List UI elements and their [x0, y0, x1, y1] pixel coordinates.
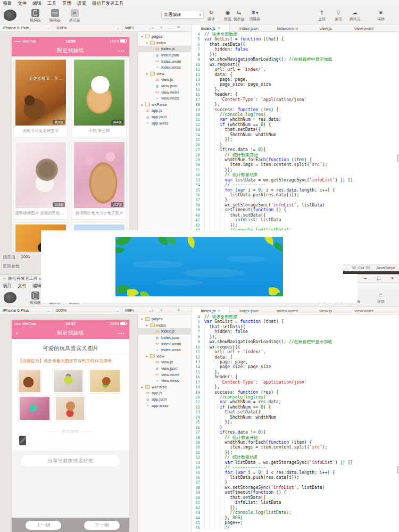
compile-mode-select[interactable]: 普通编译▾ — [161, 11, 204, 19]
clear-cache-button[interactable]: ⚙▾清缓存 — [248, 9, 262, 22]
photo-thumbnail[interactable] — [18, 369, 41, 393]
next-group-button[interactable]: 下一组 — [84, 521, 120, 530]
details-button[interactable]: ≡详情 — [374, 9, 388, 22]
search-icon[interactable]: ⌕ — [160, 25, 162, 31]
tree-item-view.json[interactable]: {}view.json — [138, 365, 191, 372]
debugger-button[interactable]: ⇄调试器 — [67, 9, 82, 23]
photo-card[interactable]: 共2张微博网红兔大力小兔子图片 — [72, 140, 127, 220]
scrollbar[interactable] — [397, 154, 398, 162]
tab-index.js[interactable]: index.js× — [192, 24, 230, 32]
photo-thumbnail[interactable] — [55, 396, 85, 421]
add-file-icon[interactable]: ＋ — [151, 307, 155, 313]
collapse-all-icon[interactable]: ≡ — [177, 307, 180, 313]
close-button[interactable]: × — [391, 276, 394, 281]
tree-item-wxParse[interactable]: ▸wxParse — [138, 102, 191, 108]
menu-工具[interactable]: 工具 — [47, 1, 56, 7]
share-button[interactable]: 分享给群友或者好友 — [20, 454, 121, 467]
test-button[interactable]: ▽测试 — [331, 9, 345, 22]
tree-item-view[interactable]: ▾view — [138, 71, 191, 77]
tab-index.json[interactable]: index.json — [230, 307, 268, 314]
search-icon[interactable]: ⌕ — [160, 307, 162, 313]
menu-设置[interactable]: 设置 — [77, 1, 86, 7]
tree-item-index[interactable]: ▾index — [138, 40, 191, 46]
tab-index.json[interactable]: index.json — [230, 24, 268, 32]
more-icon[interactable]: … — [168, 25, 172, 31]
tree-item-index.js[interactable]: JSindex.js — [138, 328, 191, 335]
tree-item-pages[interactable]: ▾pages — [138, 316, 191, 322]
photo-card[interactable]: 又是光棍节，又…共5张光棍节可爱宠物文字 — [13, 57, 68, 137]
photo-thumbnail[interactable] — [19, 396, 51, 421]
zoom-select[interactable]: 100%⌄ — [53, 24, 122, 31]
tree-item-view.js[interactable]: JSview.js — [138, 359, 191, 365]
tree-item-app.json[interactable]: {}app.json — [138, 396, 191, 403]
tree-item-index.wxss[interactable]: ≈index.wxss — [138, 64, 191, 71]
menu-项目[interactable]: 项目 — [3, 1, 12, 7]
tree-item-view.wxml[interactable]: <>view.wxml — [138, 371, 191, 378]
prev-group-button[interactable]: 上一组 — [26, 521, 61, 530]
tree-item-view.wxss[interactable]: ≈view.wxss — [138, 95, 191, 102]
photo-thumbnail[interactable] — [89, 369, 121, 393]
compile-button[interactable]: ↻编译 — [204, 9, 218, 22]
tree-item-index.wxml[interactable]: <>index.wxml — [138, 58, 191, 64]
menu-文件[interactable]: 文件 — [18, 1, 27, 7]
tree-item-wxParse[interactable]: ▸wxParse — [138, 384, 191, 390]
tree-item-pages[interactable]: ▾pages — [138, 34, 191, 40]
tree-item-view.js[interactable]: JSview.js — [138, 77, 191, 83]
code-editor[interactable]: 4// 请求全部数据5var GetList = function (that)… — [192, 314, 399, 532]
tree-item-view[interactable]: ▾view — [138, 353, 191, 360]
tree-item-index.json[interactable]: {}index.json — [138, 52, 191, 59]
tab-index.wxml[interactable]: index.wxml — [268, 307, 306, 314]
tree-item-index.wxml[interactable]: <>index.wxml — [138, 340, 191, 347]
menu-dots-icon[interactable]: ••• — [118, 331, 125, 336]
tab-view.wxml[interactable]: view.wxml — [345, 24, 383, 32]
scrollbar[interactable] — [397, 466, 398, 473]
tree-item-view.wxss[interactable]: ≈view.wxss — [138, 378, 191, 384]
menu-界面[interactable]: 界面 — [62, 1, 71, 7]
menu-编辑[interactable]: 编辑 — [32, 283, 41, 289]
tree-item-index[interactable]: ▾index — [138, 322, 191, 329]
tab-view.js[interactable]: view.js — [306, 24, 345, 32]
photo-card[interactable]: 共4张小狗 第三辑 — [72, 57, 127, 137]
simulator-button[interactable]: 模拟器 — [28, 9, 43, 23]
zoom-select[interactable]: 100%⌄ — [53, 307, 122, 314]
tab-close-icon[interactable]: × — [218, 308, 220, 313]
photo-thumbnail[interactable] — [53, 369, 84, 393]
device-select[interactable]: iPhone 6 Plus⌄ — [0, 307, 53, 314]
menu-项目[interactable]: 项目 — [3, 283, 12, 289]
tree-item-index.wxss[interactable]: ≈index.wxss — [138, 347, 191, 353]
details-button[interactable]: ≡详情 — [374, 292, 388, 304]
tab-view.wxml[interactable]: view.wxml — [345, 307, 383, 314]
menu-微信开发者工具[interactable]: 微信开发者工具 — [92, 1, 124, 7]
tab-index.wxml[interactable]: index.wxml — [268, 24, 306, 32]
photo-card[interactable]: 共3张超萌猫咪图片 温顺的苏格兰折… — [13, 140, 68, 220]
tree-item-app.js[interactable]: JSapp.js — [138, 390, 191, 396]
back-arrow-icon[interactable]: ‹ — [16, 328, 18, 338]
tree-item-view.json[interactable]: {}view.json — [138, 83, 191, 89]
language-mode[interactable]: JavaScript — [376, 265, 395, 270]
device-select[interactable]: iPhone 6 Plus⌄ — [0, 24, 53, 31]
network-select[interactable]: WiFi⌄ — [122, 307, 154, 314]
tab-close-icon[interactable]: × — [218, 26, 220, 31]
network-select[interactable]: WiFi⌄ — [122, 24, 154, 31]
tab-view.js[interactable]: view.js — [306, 307, 345, 314]
tree-item-app.wxss[interactable]: ≈app.wxss — [138, 120, 191, 126]
tab-index.js[interactable]: index.js× — [192, 307, 230, 314]
collapse-all-icon[interactable]: ≡ — [177, 25, 180, 31]
menu-编辑[interactable]: 编辑 — [32, 1, 41, 7]
tencent-cloud-button[interactable]: ☁腾讯云 — [348, 9, 362, 22]
maximize-button[interactable]: □ — [377, 276, 380, 281]
add-file-icon[interactable]: ＋ — [151, 25, 155, 31]
more-icon[interactable]: … — [168, 307, 172, 313]
menu-dots-icon[interactable]: ••• — [118, 48, 125, 53]
tree-item-index.js[interactable]: JSindex.js — [138, 46, 191, 52]
menu-文件[interactable]: 文件 — [18, 283, 27, 289]
editor-button[interactable]: </>编辑器 — [47, 9, 62, 23]
switch-background-button[interactable]: ⇆切后台 — [232, 9, 246, 22]
upload-button[interactable]: ↥上传 — [315, 9, 329, 22]
tree-item-index.json[interactable]: {}index.json — [138, 335, 191, 341]
minimize-button[interactable]: – — [364, 276, 367, 281]
tree-item-app.js[interactable]: JSapp.js — [138, 107, 191, 114]
tree-item-app.wxss[interactable]: ≈app.wxss — [138, 402, 191, 409]
tree-item-app.json[interactable]: {}app.json — [138, 114, 191, 120]
simulator-button[interactable]: 模拟器 — [28, 292, 43, 305]
